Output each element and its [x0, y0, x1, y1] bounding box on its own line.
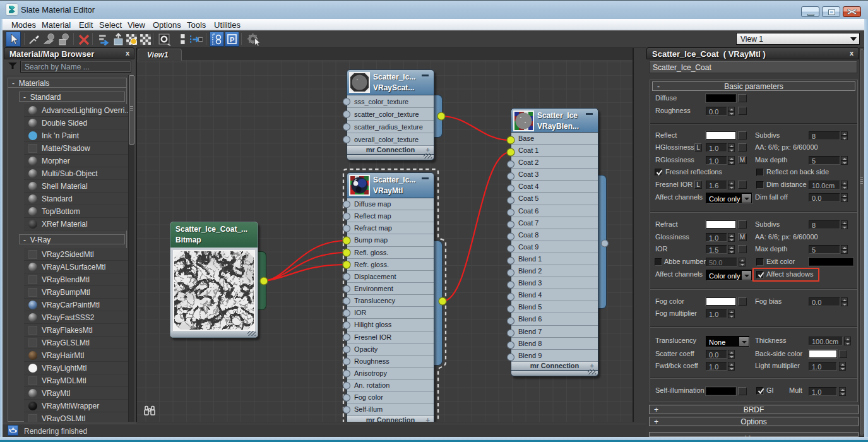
svg-text:P: P — [230, 36, 234, 44]
